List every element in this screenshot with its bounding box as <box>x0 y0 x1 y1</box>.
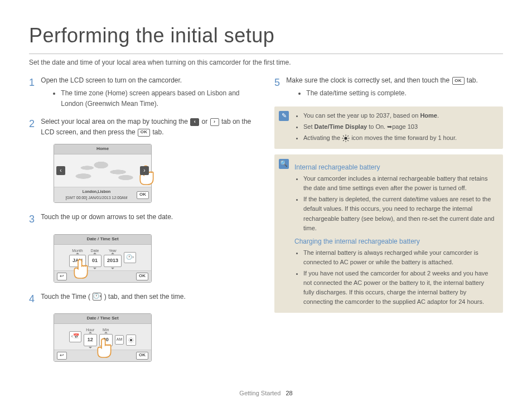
note-item: The internal battery is always recharged… <box>303 248 496 267</box>
step-text: Select your local area on the map by tou… <box>41 117 256 137</box>
ok-button[interactable]: OK <box>136 352 148 360</box>
note-item: Your camcorder includes a internal recha… <box>303 174 496 193</box>
note-box-battery: 🔍 Internal rechargeable battery Your cam… <box>274 154 503 313</box>
dst-button[interactable] <box>126 335 136 346</box>
clock-icon: 🕐› <box>93 293 101 301</box>
date-tab-button[interactable]: ‹📅 <box>69 331 81 342</box>
section-label: Getting Started <box>239 390 280 396</box>
t: or <box>202 118 210 125</box>
svg-point-9 <box>344 137 347 139</box>
step-number: 2 <box>29 117 37 132</box>
svg-line-6 <box>133 341 133 342</box>
step-number: 4 <box>29 292 37 307</box>
screenshot-home: Home ‹ › London,Lisbon [GMT 00:00] JAN/0… <box>54 144 258 203</box>
step-4: 4 Touch the Time ( 🕐› ) tab, and then se… <box>29 292 258 307</box>
svg-line-5 <box>129 338 130 338</box>
back-button[interactable]: ↩ <box>57 352 67 360</box>
step-5: 5 Make sure the clock is correctly set, … <box>274 75 503 99</box>
screenshot-time: Date / Time Set ‹📅 Hour12 Min00 AM ↩ OK <box>54 313 258 361</box>
t: You can set the year up to 2037, based o… <box>303 112 420 119</box>
dst-sun-icon <box>342 134 350 142</box>
t: Select your local area on the map by tou… <box>41 118 190 125</box>
svg-point-0 <box>130 338 133 341</box>
note-heading: Charging the internal rechargeable batte… <box>294 236 496 247</box>
lcd-date-screen: Date / Time Set MonthJAN Date01 Year2013… <box>54 234 152 282</box>
step-text: Open the LCD screen to turn on the camco… <box>41 75 256 110</box>
svg-line-7 <box>129 341 130 342</box>
ok-button[interactable]: OK <box>136 273 148 280</box>
city-label: London,Lisbon <box>56 189 137 195</box>
step-1-bullet: The time zone (Home) screen appears base… <box>61 88 256 109</box>
ok-icon: OK <box>452 77 465 85</box>
svg-line-8 <box>133 338 133 338</box>
step-1-text: Open the LCD screen to turn on the camco… <box>41 76 182 84</box>
right-column: 5 Make sure the clock is correctly set, … <box>274 75 503 370</box>
svg-line-14 <box>343 135 344 137</box>
touch-hand-icon <box>71 259 90 281</box>
t: Activating the <box>303 134 342 141</box>
svg-line-16 <box>343 140 344 141</box>
t: Make sure the clock is correctly set, an… <box>286 76 451 84</box>
step-number: 3 <box>29 212 37 227</box>
screen-title: Home <box>54 144 151 154</box>
page-footer: Getting Started 28 <box>0 389 532 398</box>
step-5-bullet: The date/time setting is complete. <box>306 88 501 99</box>
t: Set <box>303 123 315 130</box>
svg-line-15 <box>347 140 349 141</box>
magnify-icon: 🔍 <box>279 159 289 169</box>
next-button[interactable]: › <box>140 166 149 175</box>
ok-button[interactable]: OK <box>137 191 149 199</box>
t: to On. ➥page 103 <box>367 123 418 130</box>
touch-hand-icon <box>95 338 114 360</box>
t: ) tab, and then set the time. <box>104 293 186 301</box>
svg-line-17 <box>347 135 349 137</box>
step-3: 3 Touch the up or down arrows to set the… <box>29 212 258 227</box>
world-map <box>64 157 141 185</box>
screenshot-date: Date / Time Set MonthJAN Date01 Year2013… <box>54 234 258 282</box>
time-tab-button[interactable]: 🕐› <box>124 252 136 263</box>
step-1: 1 Open the LCD screen to turn on the cam… <box>29 75 258 110</box>
divider <box>29 54 503 54</box>
note-item: Activating the icon moves the time forwa… <box>303 133 496 143</box>
t: tab. <box>467 76 478 84</box>
back-button[interactable]: ↩ <box>57 273 67 280</box>
step-text: Touch the up or down arrows to set the d… <box>41 212 256 222</box>
t: icon moves the time forward by 1 hour. <box>351 134 457 141</box>
step-text: Touch the Time ( 🕐› ) tab, and then set … <box>41 292 256 302</box>
year-value[interactable]: 2013 <box>104 255 122 267</box>
page-number: 28 <box>286 390 292 396</box>
ampm-value[interactable]: AM <box>115 335 124 345</box>
note-item: You can set the year up to 2037, based o… <box>303 111 496 120</box>
page-title: Performing the initial setup <box>29 20 503 51</box>
step-number: 1 <box>29 75 37 91</box>
note-box-tips: ✎ You can set the year up to 2037, based… <box>274 106 503 149</box>
screen-title: Date / Time Set <box>54 314 151 323</box>
step-number: 5 <box>274 75 282 91</box>
step-text: Make sure the clock is correctly set, an… <box>286 75 501 99</box>
screen-title: Date / Time Set <box>54 235 151 244</box>
note-heading: Internal rechargeable battery <box>294 162 496 173</box>
timecode-label: [GMT 00:00] JAN/01/2013 12:00AM <box>56 195 137 201</box>
left-column: 1 Open the LCD screen to turn on the cam… <box>29 75 258 370</box>
note-item: Set Date/Time Display to On. ➥page 103 <box>303 122 496 132</box>
t: Touch the Time ( <box>41 293 90 301</box>
step-2: 2 Select your local area on the map by t… <box>29 117 258 137</box>
note-item: If the battery is depleted, the current … <box>303 195 496 232</box>
left-arrow-icon: ‹ <box>190 118 199 126</box>
prev-button[interactable]: ‹ <box>56 166 65 175</box>
t: tab. <box>152 128 163 136</box>
right-arrow-icon: › <box>210 118 219 126</box>
note-item: If you have not used the camcorder for a… <box>303 269 496 307</box>
t: Date/Time Display <box>315 123 367 130</box>
note-icon: ✎ <box>279 111 289 121</box>
t: Home <box>420 112 437 119</box>
ok-icon: OK <box>138 129 150 137</box>
intro-text: Set the date and time of your local area… <box>29 57 503 68</box>
t: . <box>437 112 439 119</box>
